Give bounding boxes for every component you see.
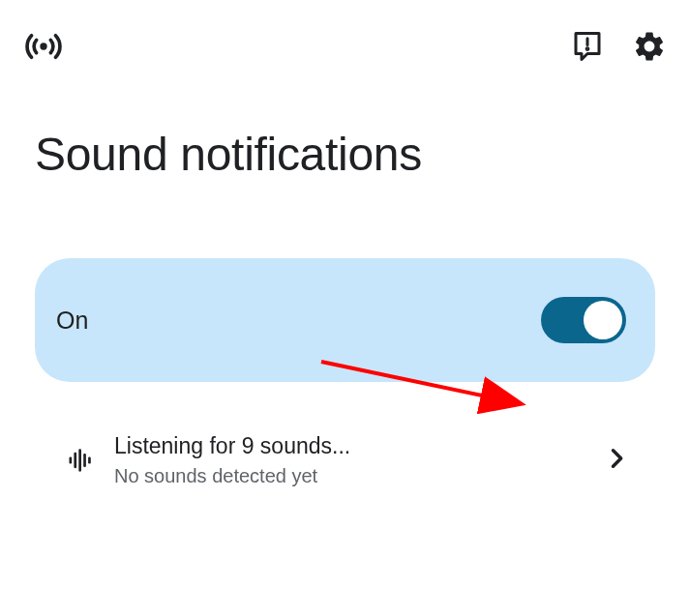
sound-bars-icon: [66, 447, 105, 474]
svg-rect-3: [70, 457, 73, 464]
toggle-label: On: [56, 307, 88, 335]
svg-rect-4: [74, 453, 76, 468]
toggle-switch-thumb: [584, 301, 622, 339]
svg-rect-6: [83, 454, 86, 467]
gear-icon[interactable]: [632, 29, 667, 68]
page-title: Sound notifications: [0, 70, 690, 200]
listening-texts: Listening for 9 sounds... No sounds dete…: [105, 432, 603, 489]
chevron-right-icon: [603, 445, 640, 476]
svg-point-2: [586, 48, 588, 50]
app-header: [0, 0, 690, 70]
feedback-icon[interactable]: [570, 29, 605, 68]
svg-point-0: [40, 43, 46, 49]
listening-subtitle: No sounds detected yet: [114, 463, 603, 489]
broadcast-icon[interactable]: [23, 26, 64, 71]
listening-title: Listening for 9 sounds...: [114, 432, 603, 461]
svg-rect-7: [88, 457, 91, 464]
listening-row[interactable]: Listening for 9 sounds... No sounds dete…: [35, 415, 655, 507]
header-left: [23, 26, 64, 71]
svg-rect-5: [78, 450, 81, 472]
toggle-switch[interactable]: [541, 297, 626, 343]
master-toggle-card: On: [35, 258, 655, 382]
header-right: [570, 29, 667, 68]
